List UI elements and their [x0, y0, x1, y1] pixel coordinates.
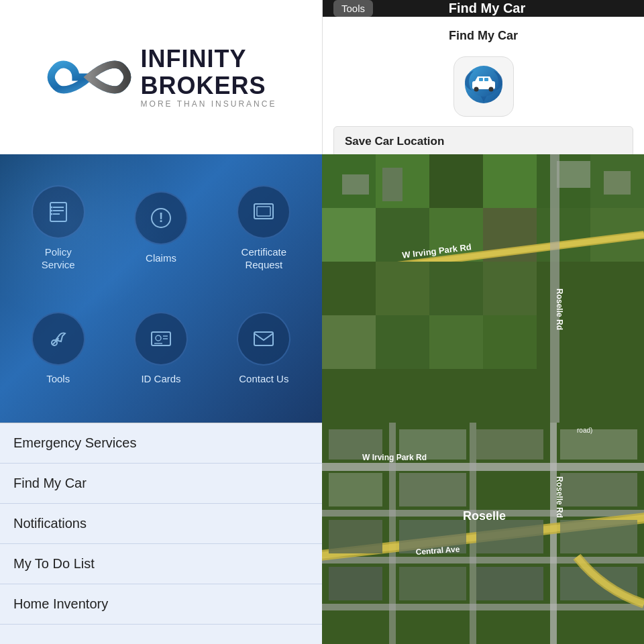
car-location-icon [460, 63, 507, 110]
road-label-top-right: road) [577, 427, 592, 434]
svg-rect-7 [50, 203, 66, 221]
find-my-car-panel: Tools Find My Car Find My Car [322, 0, 644, 154]
svg-rect-40 [557, 161, 590, 188]
map-svg-top: W Irving Park Rd Roselle Rd [322, 154, 644, 423]
list-item-my-to-do-list[interactable]: My To Do List [0, 544, 322, 584]
list-menu-panel: Emergency Services Find My Car Notificat… [0, 423, 322, 644]
certificate-request-icon [237, 185, 290, 239]
map-panel-bottom: W Irving Park Rd Roselle Rd Central Ave … [322, 423, 644, 644]
svg-point-13 [50, 213, 52, 215]
logo-panel: INFINITY BROKERS MORE THAN INSURANCE [0, 0, 322, 154]
svg-rect-73 [476, 567, 543, 600]
logo-text-block: INFINITY BROKERS MORE THAN INSURANCE [141, 46, 277, 108]
policy-service-icon [32, 185, 85, 239]
svg-rect-32 [322, 208, 376, 262]
svg-rect-48 [376, 315, 429, 369]
svg-point-11 [50, 206, 52, 208]
svg-rect-63 [329, 473, 382, 506]
app-item-certificate-request[interactable]: CertificateRequest [219, 174, 309, 282]
svg-rect-53 [322, 463, 644, 471]
app-item-tools[interactable]: Tools [13, 295, 103, 402]
claims-label: Claims [146, 252, 176, 265]
app-menu-panel: PolicyService ! Claims CertificateReques… [0, 154, 322, 423]
svg-rect-67 [329, 520, 382, 553]
svg-rect-28 [429, 154, 483, 208]
list-item-home-inventory[interactable]: Home Inventory [0, 584, 322, 625]
road-label-roselle-rd: Roselle Rd [555, 288, 564, 330]
svg-rect-55 [322, 557, 644, 564]
tools-label: Tools [46, 372, 70, 386]
svg-point-12 [50, 209, 52, 211]
save-car-location-button[interactable]: Save Car Location [333, 126, 633, 157]
svg-rect-17 [257, 207, 270, 216]
claims-icon: ! [134, 191, 188, 245]
app-grid: PolicyService ! Claims CertificateReques… [13, 174, 309, 402]
app-item-claims[interactable]: ! Claims [116, 174, 205, 282]
city-label-roselle: Roselle [463, 509, 506, 523]
logo-title-line2: BROKERS [141, 72, 277, 99]
logo-subtitle: MORE THAN INSURANCE [141, 99, 277, 109]
svg-rect-45 [429, 262, 483, 315]
app-item-contact-us[interactable]: Contact Us [219, 295, 309, 402]
svg-rect-71 [329, 567, 382, 600]
svg-rect-46 [483, 262, 537, 315]
svg-rect-69 [476, 520, 543, 553]
fmc-car-icon-wrap [333, 56, 633, 117]
svg-point-20 [156, 335, 161, 341]
app-item-id-cards[interactable]: ID Cards [116, 295, 205, 402]
svg-rect-66 [560, 473, 637, 506]
svg-rect-5 [479, 78, 483, 81]
save-car-location-label: Save Car Location [345, 135, 444, 148]
id-cards-label: ID Cards [141, 372, 180, 386]
road-label-irving2: W Irving Park Rd [362, 453, 427, 462]
map-svg-bottom: W Irving Park Rd Roselle Rd Central Ave … [322, 423, 644, 644]
svg-rect-65 [560, 429, 637, 460]
contact-us-label: Contact Us [239, 372, 288, 386]
svg-rect-36 [537, 208, 590, 262]
svg-point-3 [474, 87, 478, 92]
fmc-section-title: Find My Car [333, 25, 633, 47]
svg-rect-49 [429, 315, 483, 369]
fmc-header-title: Find My Car [381, 1, 593, 16]
svg-point-4 [488, 87, 493, 92]
svg-rect-72 [399, 567, 466, 600]
svg-rect-24 [254, 332, 273, 345]
app-item-policy-service[interactable]: PolicyService [13, 174, 103, 282]
svg-rect-62 [399, 473, 466, 506]
svg-rect-43 [322, 262, 376, 315]
tools-icon [32, 312, 85, 366]
svg-rect-39 [382, 168, 402, 201]
svg-rect-6 [484, 78, 488, 81]
svg-text:!: ! [159, 210, 164, 225]
list-item-emergency-services[interactable]: Emergency Services [0, 423, 322, 464]
logo-wrap: INFINITY BROKERS MORE THAN INSURANCE [46, 46, 277, 108]
fmc-header: Tools Find My Car [323, 0, 644, 17]
svg-rect-41 [604, 171, 631, 195]
map-panel-top: W Irving Park Rd Roselle Rd [322, 154, 644, 423]
svg-rect-38 [342, 174, 369, 195]
list-item-find-my-car[interactable]: Find My Car [0, 464, 322, 504]
certificate-request-label: CertificateRequest [241, 246, 287, 272]
infinity-logo-icon [46, 50, 133, 104]
fmc-car-icon [453, 56, 514, 117]
svg-rect-47 [322, 315, 376, 369]
svg-rect-51 [564, 315, 644, 423]
logo-title-line1: INFINITY [141, 46, 277, 72]
svg-rect-50 [483, 315, 537, 369]
svg-rect-56 [322, 604, 644, 610]
svg-rect-64 [476, 429, 543, 460]
tools-button[interactable]: Tools [333, 0, 373, 17]
list-item-notifications[interactable]: Notifications [0, 504, 322, 544]
road-label-roselle2: Roselle Rd [555, 476, 564, 518]
policy-service-label: PolicyService [42, 246, 75, 272]
id-cards-icon [134, 312, 188, 366]
svg-rect-29 [483, 154, 537, 208]
svg-rect-70 [560, 520, 637, 553]
contact-us-icon [237, 312, 290, 366]
svg-rect-44 [376, 262, 429, 315]
